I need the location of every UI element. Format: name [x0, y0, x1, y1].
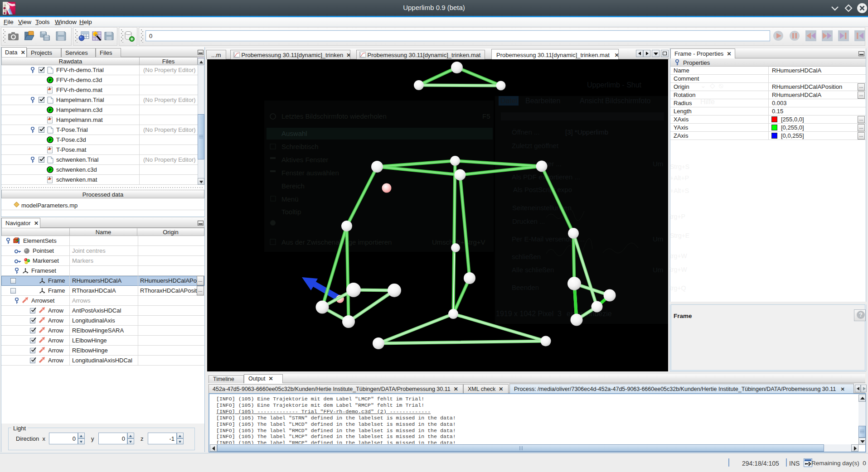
svg-text:Upperlimb - Shut: Upperlimb - Shut: [587, 81, 642, 89]
svg-text:Bearbeiten: Bearbeiten: [525, 97, 560, 105]
svg-text:Bereich: Bereich: [281, 182, 305, 190]
svg-text:Aktives Fenster: Aktives Fenster: [281, 156, 328, 164]
svg-text:[3] *Upperlimb: [3] *Upperlimb: [565, 128, 608, 136]
svg-text:schließen: schließen: [512, 253, 541, 260]
svg-text:Datei: Datei: [500, 97, 517, 105]
svg-text:1919 x 1042 Pixel 3: 1919 x 1042 Pixel 3: [496, 310, 562, 318]
svg-text:Um: Um: [653, 160, 663, 168]
svg-text:Beenden: Beenden: [512, 284, 539, 291]
svg-text:F5: F5: [482, 112, 490, 120]
svg-text:Aus der Zwischenablage importi: Aus der Zwischenablage importieren: [281, 238, 392, 246]
svg-text:Fenster auswählen: Fenster auswählen: [281, 169, 339, 177]
svg-text:Bildschirmfoto: Bildschirmfoto: [605, 97, 651, 105]
svg-text:Zuletzt geöffnet: Zuletzt geöffnet: [512, 142, 559, 149]
svg-text:Schreibtisch: Schreibtisch: [281, 143, 319, 150]
svg-text:Ansicht: Ansicht: [580, 97, 604, 105]
svg-text:Letztes Bildschirmfoto wiederh: Letztes Bildschirmfoto wiederholen: [281, 112, 387, 120]
svg-text:Öffnen ...: Öffnen ...: [512, 128, 539, 136]
svg-text:Tooltip: Tooltip: [281, 208, 301, 216]
svg-text:Als PostScript expo: Als PostScript expo: [513, 186, 572, 193]
svg-text:Auswahl: Auswahl: [281, 130, 307, 137]
svg-text:Drucken ...: Drucken ...: [512, 217, 545, 225]
svg-text:Um: Um: [653, 235, 663, 243]
svg-text:Menü: Menü: [281, 195, 299, 203]
svg-text:Um: Um: [653, 266, 663, 274]
svg-text:Alle schließen: Alle schließen: [512, 266, 554, 274]
